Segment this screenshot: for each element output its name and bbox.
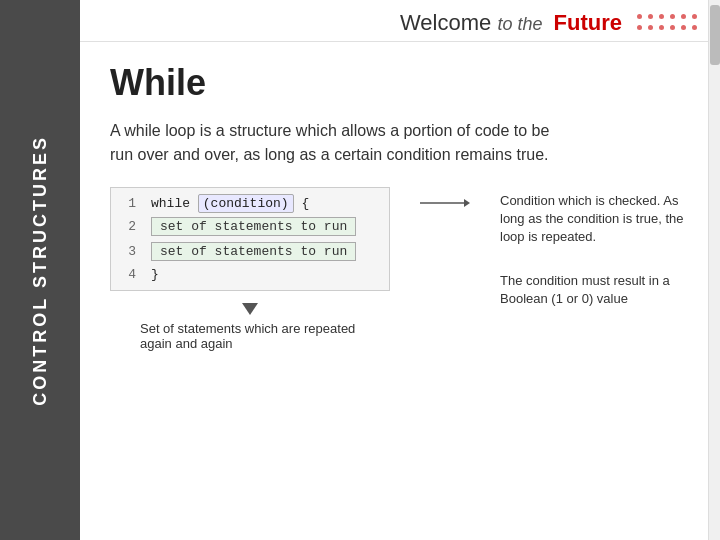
header: Welcome to the Future [80,0,720,42]
code-indent-2: set of statements to run [151,242,356,261]
dot [681,25,686,30]
dot [648,14,653,19]
arrow-right-icon [420,195,470,211]
line-num-3: 3 [121,244,136,259]
dot [637,14,642,19]
dot [681,14,686,19]
condition-highlight: (condition) [198,194,294,213]
line-num-2: 2 [121,219,136,234]
welcome-word: Welcome [400,10,491,35]
welcome-label: Welcome to the Future [400,10,622,36]
dot [659,14,664,19]
code-line-4: 4 } [111,264,389,285]
dots-decoration [637,14,700,33]
description-line1: A while loop is a structure which allows… [110,122,549,139]
line-num-4: 4 [121,267,136,282]
dot [670,25,675,30]
svg-marker-0 [242,303,258,315]
code-line-2: 2 set of statements to run [111,214,389,239]
annotation-boolean: The condition must result in a Boolean (… [500,272,690,308]
sidebar: CONTROL STRUCTURES [0,0,80,540]
welcome-italic: to the [497,14,542,34]
welcome-future: Future [554,10,622,35]
annotations: Condition which is checked. As long as t… [500,187,690,308]
description-line2: run over and over, as long as a certain … [110,146,548,163]
line-num-1: 1 [121,196,136,211]
dot [659,25,664,30]
content-area: While A while loop is a structure which … [80,42,720,540]
sidebar-label: CONTROL STRUCTURES [30,135,51,406]
code-line-1: 1 while (condition) { [111,193,389,214]
code-text-1: while (condition) { [151,196,309,211]
arrow-down-icon [238,295,262,319]
arrow-down-container [110,295,390,319]
page-title: While [110,62,690,104]
code-line-3: 3 set of statements to run [111,239,389,264]
scrollbar-thumb[interactable] [710,5,720,65]
main-content: Welcome to the Future While A while loop… [80,0,720,540]
bottom-label: Set of statements which are repeated aga… [110,321,390,351]
description: A while loop is a structure which allows… [110,119,630,167]
scrollbar[interactable] [708,0,720,540]
dot [670,14,675,19]
code-text-4: } [151,267,159,282]
dot [637,25,642,30]
code-block: 1 while (condition) { 2 set of statement… [110,187,390,291]
arrow-right-section [420,195,470,211]
dot [648,25,653,30]
code-indent-1: set of statements to run [151,217,356,236]
dot [692,14,697,19]
dot [692,25,697,30]
annotation-condition: Condition which is checked. As long as t… [500,192,690,247]
svg-marker-2 [464,199,470,207]
